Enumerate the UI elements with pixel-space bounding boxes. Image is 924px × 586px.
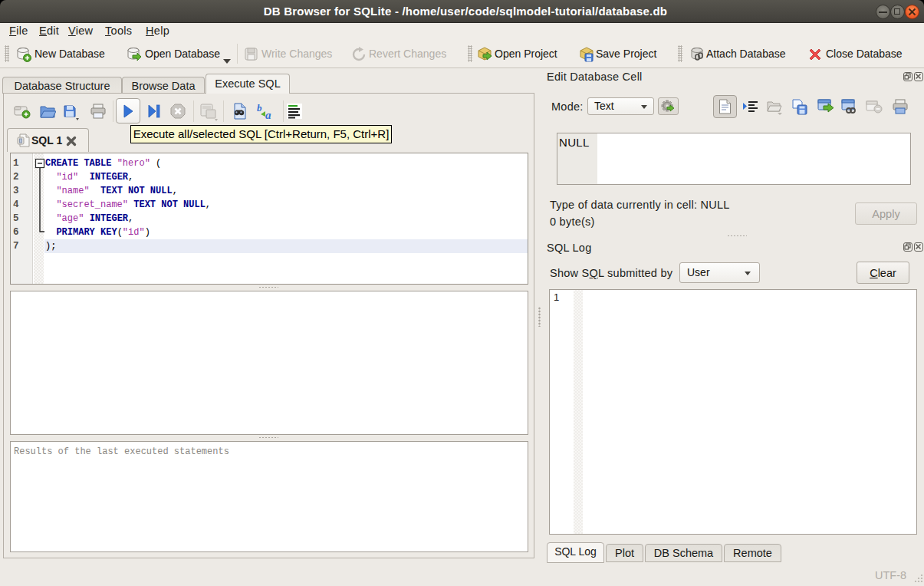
svg-text:b: b <box>257 103 262 114</box>
svg-text:a: a <box>265 109 271 120</box>
